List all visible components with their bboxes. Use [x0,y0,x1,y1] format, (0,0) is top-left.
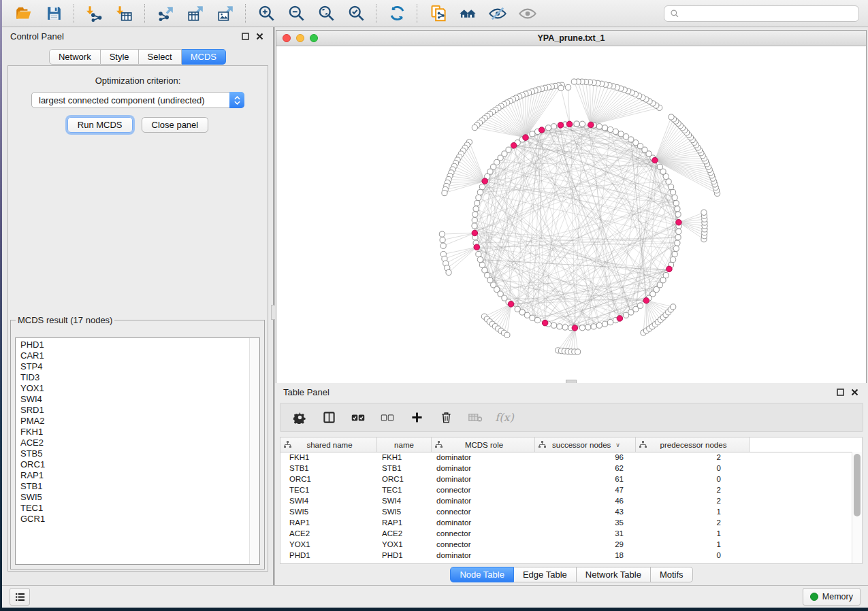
network-graph[interactable] [276,46,866,384]
zoom-fit-icon[interactable] [315,3,338,24]
run-mcds-button[interactable]: Run MCDS [67,117,133,133]
scrollbar-thumb[interactable] [854,454,861,516]
apply-layout-icon[interactable] [385,3,408,24]
export-table-icon[interactable] [184,3,207,24]
zoom-selected-icon[interactable] [344,3,368,24]
show-all-icon[interactable] [516,3,539,24]
column-header-MCDS-role[interactable]: MCDS role [432,437,535,452]
mcds-result-item[interactable]: PMA2 [20,416,250,427]
tab-motifs[interactable]: Motifs [651,567,693,582]
toolbar-separator [74,4,75,23]
column-header-predecessor-nodes[interactable]: predecessor nodes [636,437,750,452]
column-header-shared-name[interactable]: shared name [280,437,377,452]
tab-edge-table[interactable]: Edge Table [514,567,577,582]
mcds-result-item[interactable]: GCR1 [20,514,250,525]
node-table: shared namenameMCDS rolesuccessor nodes∨… [280,437,863,564]
search-box[interactable] [664,5,859,22]
mcds-result-item[interactable]: TID3 [20,372,250,383]
mcds-result-item[interactable]: SWI4 [20,394,250,405]
close-panel-button[interactable]: Close panel [142,117,209,133]
open-file-icon[interactable] [12,3,35,24]
settings-icon[interactable] [292,410,307,425]
table-toolbar: f(x) [280,403,863,432]
table-row[interactable]: STB1STB1dominator620 [280,463,852,474]
toolbar-separator [144,4,146,23]
clear-selection-icon[interactable] [380,410,395,425]
mcds-result-item[interactable]: ACE2 [20,437,250,448]
toolbar-separator [376,4,377,23]
table-row[interactable]: SWI4SWI4dominator462 [280,495,852,506]
close-panel-icon[interactable] [255,31,265,42]
zoom-in-icon[interactable] [255,3,278,24]
import-table-icon[interactable] [113,3,136,24]
show-columns-icon[interactable] [321,410,336,425]
mcds-result-item[interactable]: SRD1 [20,405,250,416]
optimization-criterion-select[interactable]: largest connected component (undirected) [31,92,244,108]
control-panel-tabs: NetworkStyleSelectMCDS [2,49,273,65]
mcds-result-item[interactable]: CAR1 [20,350,250,361]
toolbar-separator [417,4,418,23]
close-table-panel-icon[interactable] [850,387,860,397]
mcds-result-item[interactable]: STB5 [20,448,250,459]
mcds-result-item[interactable]: STP4 [20,361,250,372]
float-table-panel-icon[interactable] [835,387,846,397]
tab-mcds[interactable]: MCDS [182,49,226,65]
hide-selected-icon[interactable] [486,3,509,24]
search-input[interactable] [684,8,853,19]
destroy-table-icon [468,410,483,425]
mcds-result-group: MCDS result (17 nodes) PHD1CAR1STP4TID3Y… [10,315,265,569]
export-network-icon[interactable] [154,3,177,24]
float-panel-icon[interactable] [240,31,251,42]
memory-button[interactable]: Memory [803,588,861,606]
tab-select[interactable]: Select [139,49,182,65]
table-row[interactable]: RAP1RAP1dominator352 [280,517,852,528]
network-window-titlebar[interactable]: YPA_prune.txt_1 [276,31,866,46]
export-image-icon[interactable] [214,3,237,24]
status-bar: Memory [2,585,868,608]
node-table-scrollbar[interactable] [852,452,862,563]
table-row[interactable]: FKH1FKH1dominator962 [280,452,852,463]
table-row[interactable]: TEC1TEC1connector472 [280,484,852,495]
optimization-criterion-value: largest connected component (undirected) [39,95,205,105]
optimization-criterion-label: Optimization criterion: [8,76,268,86]
save-icon[interactable] [42,3,65,24]
mcds-result-item[interactable]: PHD1 [20,340,250,350]
mcds-result-item[interactable]: TEC1 [20,503,250,514]
table-row[interactable]: ACE2ACE2connector311 [280,528,852,539]
memory-status-icon [810,593,818,601]
new-network-from-selection-icon[interactable] [426,3,449,24]
network-canvas[interactable] [276,46,866,384]
mcds-result-list[interactable]: PHD1CAR1STP4TID3YOX1SWI4SRD1PMA2FKH1ACE2… [16,338,250,564]
mcds-result-item[interactable]: STB1 [20,481,250,492]
network-window: YPA_prune.txt_1 [276,30,867,384]
import-network-icon[interactable] [83,3,106,24]
table-row[interactable]: SWI5SWI5connector431 [280,506,852,517]
mcds-result-scrollbar[interactable] [249,338,259,564]
mcds-result-item[interactable]: FKH1 [20,427,250,437]
delete-icon[interactable] [438,410,453,425]
tab-node-table[interactable]: Node Table [450,567,514,582]
tab-network[interactable]: Network [49,49,101,65]
table-row[interactable]: ORC1ORC1dominator610 [280,474,852,484]
mcds-result-title: MCDS result (17 nodes) [16,315,114,325]
task-history-button[interactable] [10,588,30,606]
mcds-result-item[interactable]: SWI5 [20,492,250,503]
mcds-result-item[interactable]: ORC1 [20,459,250,470]
table-row[interactable]: PHD1PHD1dominator180 [280,550,852,561]
add-column-icon[interactable] [409,410,424,425]
first-neighbors-icon[interactable] [456,3,479,24]
node-table-header: shared namenameMCDS rolesuccessor nodes∨… [280,437,862,452]
tab-style[interactable]: Style [101,49,139,65]
select-stepper-icon [229,92,244,108]
control-panel-title: Control Panel [10,31,64,42]
control-panel: Control Panel NetworkStyleSelectMCDS Opt… [2,27,274,585]
zoom-out-icon[interactable] [285,3,308,24]
tab-network-table[interactable]: Network Table [577,567,651,582]
mcds-result-item[interactable]: YOX1 [20,383,250,394]
select-all-icon[interactable] [351,410,366,425]
network-area: YPA_prune.txt_1 Table Panel [275,27,868,585]
column-header-successor-nodes[interactable]: successor nodes∨ [535,437,636,452]
mcds-result-item[interactable]: RAP1 [20,470,250,481]
table-row[interactable]: YOX1YOX1connector291 [280,539,852,550]
column-header-name[interactable]: name [377,437,432,452]
